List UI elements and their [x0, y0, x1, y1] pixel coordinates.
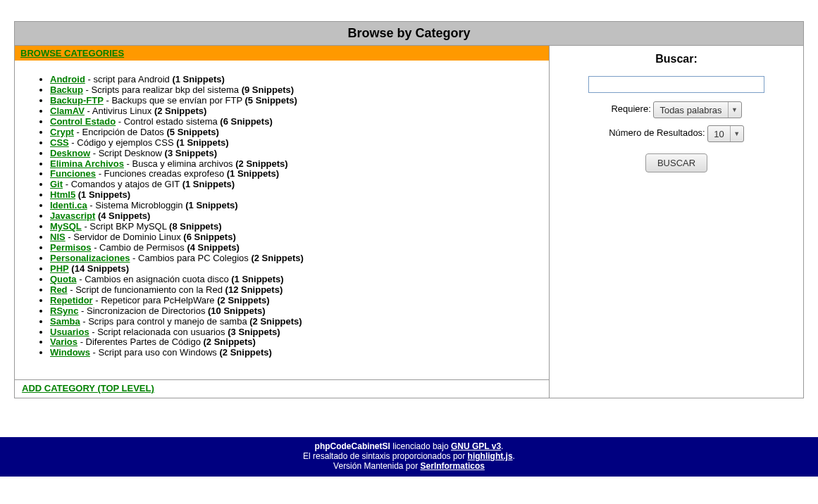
footer-maintained-text: Versión Mantenida por — [333, 461, 420, 471]
category-count: (1 Snippets) — [227, 168, 279, 179]
category-count: (2 Snippets) — [251, 253, 303, 263]
category-count: (4 Snippets) — [187, 242, 239, 253]
category-desc: Sistema Microbloggin — [95, 200, 182, 210]
category-list: Android - script para Android (1 Snippet… — [29, 75, 535, 358]
category-count: (1 Snippets) — [176, 137, 228, 148]
category-link[interactable]: Html5 — [50, 189, 75, 200]
category-desc: Diferentes Partes de Código — [86, 336, 201, 347]
footer-period-2: . — [513, 451, 515, 461]
category-link[interactable]: Repetidor — [50, 295, 93, 305]
footer-period-1: . — [501, 441, 503, 451]
category-item: Windows - Script para uso con Windows (2… — [50, 348, 535, 358]
category-item: MySQL - Script BKP MySQL (8 Snippets) — [50, 222, 535, 232]
category-count: (2 Snippets) — [204, 336, 256, 347]
category-link[interactable]: Samba — [50, 316, 80, 327]
results-select[interactable]: 10 ▼ — [707, 125, 743, 142]
category-count: (9 Snippets) — [242, 84, 294, 95]
category-link[interactable]: Android — [50, 74, 85, 84]
category-count: (2 Snippets) — [249, 316, 302, 327]
category-count: (8 Snippets) — [169, 221, 221, 232]
category-link[interactable]: ClamAV — [50, 106, 85, 116]
add-category-link[interactable]: ADD CATEGORY (TOP LEVEL) — [22, 383, 154, 393]
category-count: (3 Snippets) — [228, 327, 280, 337]
left-column: BROWSE CATEGORIES Android - script para … — [15, 46, 550, 398]
category-link[interactable]: Identi.ca — [50, 200, 87, 210]
category-item: Control Estado - Control estado sistema … — [50, 117, 535, 127]
category-link[interactable]: NIS — [50, 232, 66, 242]
category-link[interactable]: MySQL — [50, 221, 82, 232]
category-link[interactable]: Elimina Archivos — [50, 158, 124, 169]
category-link[interactable]: PHP — [50, 263, 69, 274]
category-item: CSS - Código y ejemplos CSS (1 Snippets) — [50, 138, 535, 149]
search-title: Buscar: — [560, 53, 793, 65]
category-item: Identi.ca - Sistema Microbloggin (1 Snip… — [50, 201, 535, 211]
search-button[interactable]: BUSCAR — [645, 153, 707, 172]
category-item: Varios - Diferentes Partes de Código (2 … — [50, 337, 535, 348]
category-desc: Script de funcionamiento con la Red — [75, 284, 223, 295]
category-count: (1 Snippets) — [172, 74, 224, 84]
category-count: (2 Snippets) — [154, 106, 206, 116]
category-link[interactable]: Usuarios — [50, 327, 89, 337]
category-link[interactable]: Backup — [50, 84, 83, 95]
category-desc: Script Desknow — [99, 148, 162, 158]
category-item: Git - Comandos y atajos de GIT (1 Snippe… — [50, 179, 535, 190]
category-link[interactable]: CSS — [50, 137, 69, 148]
category-count: (2 Snippets) — [219, 347, 271, 358]
category-link[interactable]: Crypt — [50, 127, 74, 137]
search-panel: Buscar: Requiere: Todas palabras ▼ Númer… — [550, 46, 803, 398]
category-link[interactable]: RSync — [50, 305, 78, 316]
category-count: (2 Snippets) — [235, 158, 287, 169]
category-count: (1 Snippets) — [182, 179, 235, 189]
category-link[interactable]: Backup-FTP — [50, 95, 104, 106]
requires-select[interactable]: Todas palabras ▼ — [653, 101, 741, 118]
category-item: Desknow - Script Desknow (3 Snippets) — [50, 149, 535, 159]
category-item: PHP (14 Snippets) — [50, 264, 535, 275]
main-panel: Browse by Category BROWSE CATEGORIES And… — [14, 21, 804, 398]
category-link[interactable]: Red — [50, 284, 68, 295]
footer-licensed-text: licenciado bajo — [390, 441, 451, 451]
category-count: (14 Snippets) — [71, 263, 129, 274]
category-item: Crypt - Encripción de Datos (5 Snippets) — [50, 127, 535, 138]
category-item: Android - script para Android (1 Snippet… — [50, 75, 535, 85]
footer-syntax-link[interactable]: highlight.js — [468, 451, 513, 461]
category-link[interactable]: Git — [50, 179, 63, 189]
category-item: RSync - Sincronizacion de Directorios (1… — [50, 306, 535, 317]
category-count: (3 Snippets) — [165, 148, 217, 158]
category-desc: Control estado sistema — [124, 116, 218, 127]
footer-syntax-text: El resaltado de sintaxis proporcionados … — [303, 451, 467, 461]
category-link[interactable]: Funciones — [50, 168, 96, 179]
category-link[interactable]: Control Estado — [50, 116, 116, 127]
category-desc: Busca y elimina archivos — [132, 158, 233, 169]
category-count: (1 Snippets) — [78, 189, 130, 200]
footer-license-link[interactable]: GNU GPL v3 — [451, 441, 501, 451]
category-link[interactable]: Javascript — [50, 210, 95, 221]
category-link[interactable]: Personalizaciones — [50, 253, 130, 263]
footer-line-2: El resaltado de sintaxis proporcionados … — [0, 451, 818, 461]
category-desc: Scrips para control y manejo de samba — [88, 316, 247, 327]
footer-line-3: Versión Mantenida por SerInformaticos — [0, 461, 818, 471]
category-desc: Cambio de Permisos — [99, 242, 185, 253]
category-desc: Comandos y atajos de GIT — [71, 179, 180, 189]
category-link[interactable]: Varios — [50, 336, 78, 347]
footer-maintained-link[interactable]: SerInformaticos — [421, 461, 485, 471]
category-link[interactable]: Permisos — [50, 242, 92, 253]
content-columns: BROWSE CATEGORIES Android - script para … — [15, 46, 803, 398]
category-count: (10 Snippets) — [208, 305, 266, 316]
results-value: 10 — [708, 129, 729, 139]
category-desc: script para Android — [93, 74, 169, 84]
category-desc: Script BKP MySQL — [89, 221, 166, 232]
category-desc: Scripts para realizar bkp del sistema — [92, 84, 240, 95]
category-count: (6 Snippets) — [183, 232, 235, 242]
category-link[interactable]: Quota — [50, 274, 77, 284]
category-count: (12 Snippets) — [225, 284, 283, 295]
category-desc: Cambios para PC Colegios — [138, 253, 249, 263]
search-input[interactable] — [588, 76, 764, 93]
category-link[interactable]: Windows — [50, 347, 90, 358]
category-item: Backup - Scripts para realizar bkp del s… — [50, 85, 535, 96]
category-link[interactable]: Desknow — [50, 148, 90, 158]
category-item: Elimina Archivos - Busca y elimina archi… — [50, 159, 535, 170]
category-desc: Sincronizacion de Directorios — [87, 305, 205, 316]
category-item: Funciones - Funciones creadas exprofeso … — [50, 169, 535, 179]
category-item: Repetidor - Repeticor para PcHelpWare (2… — [50, 296, 535, 306]
browse-categories-link[interactable]: BROWSE CATEGORIES — [20, 48, 124, 58]
